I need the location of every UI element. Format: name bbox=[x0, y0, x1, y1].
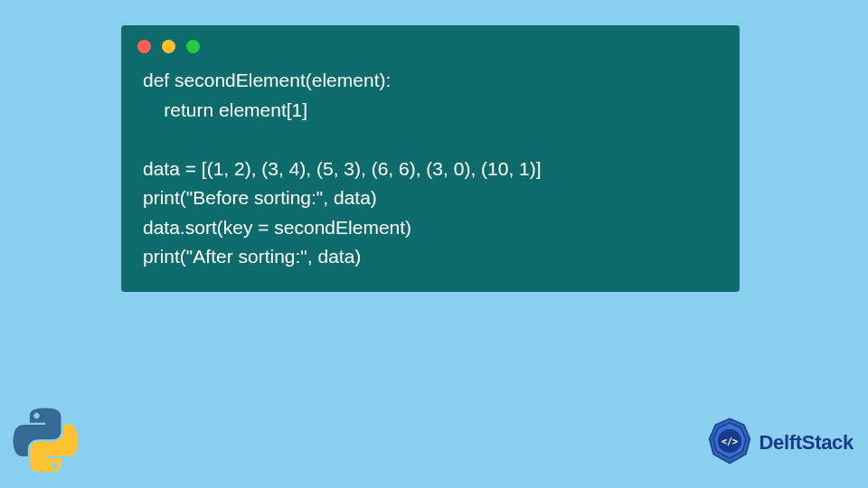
code-line: data = [(1, 2), (3, 4), (5, 3), (6, 6), … bbox=[143, 158, 542, 179]
code-window: def secondElement(element): return eleme… bbox=[121, 25, 740, 292]
svg-text:</>: </> bbox=[722, 436, 738, 446]
delftstack-logo: </> DelftStack bbox=[704, 416, 854, 470]
window-close-dot bbox=[137, 40, 151, 53]
code-line: def secondElement(element): bbox=[143, 70, 391, 90]
code-line: return element[1] bbox=[143, 99, 307, 120]
code-block: def secondElement(element): return eleme… bbox=[121, 59, 740, 272]
delftstack-emblem-icon: </> bbox=[704, 416, 755, 470]
window-controls bbox=[121, 25, 740, 59]
window-minimize-dot bbox=[162, 40, 175, 53]
code-line: data.sort(key = secondElement) bbox=[143, 217, 411, 238]
window-maximize-dot bbox=[186, 40, 200, 53]
code-line: print("After sorting:", data) bbox=[143, 246, 361, 267]
code-line: print("Before sorting:", data) bbox=[143, 187, 377, 208]
delftstack-brand-text: DelftStack bbox=[759, 431, 854, 455]
python-logo-icon bbox=[13, 407, 78, 475]
